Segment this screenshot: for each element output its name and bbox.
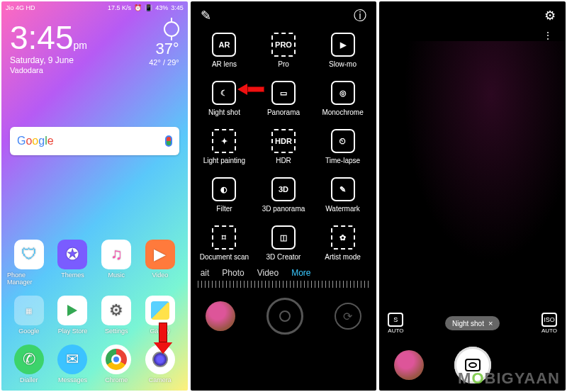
iso-control[interactable]: ISO AUTO <box>541 313 557 334</box>
app-gallery[interactable]: Gallery <box>138 296 182 335</box>
camera-icon <box>145 345 175 374</box>
weather-block: 37° 42° / 29° <box>149 21 179 74</box>
mode-3d-creator[interactable]: ◫3D Creator <box>254 225 313 261</box>
mode-filter[interactable]: ◐Filter <box>195 177 254 213</box>
mode-label: Artist mode <box>325 253 361 261</box>
camera-topbar: ✎ ⓘ <box>191 1 377 30</box>
mode-watermark[interactable]: ✎Watermark <box>313 177 373 213</box>
mode-label: Slow-mo <box>329 60 357 68</box>
overflow-menu-icon[interactable]: ⋮ <box>543 30 553 41</box>
mode-time-lapse[interactable]: ⏲Time-lapse <box>313 129 373 164</box>
mode-label: 3D panorama <box>262 205 305 213</box>
mode-document-scan[interactable]: ⌑Document scan <box>195 225 254 261</box>
status-speed: 17.5 K/s <box>108 4 131 11</box>
weather-range: 42° / 29° <box>149 58 179 67</box>
tab-video[interactable]: Video <box>257 268 279 278</box>
app-label: Gallery <box>150 327 171 335</box>
tab-more[interactable]: More <box>291 268 310 278</box>
folder-icon: ▦ <box>14 296 44 325</box>
status-bar: Jio 4G HD 17.5 K/s ⏰ 📳 43% 3:45 <box>1 1 188 14</box>
google-logo: Google <box>17 135 54 147</box>
monochrome-icon: ◎ <box>331 81 355 105</box>
nightshot-controls: S AUTO Night shot × ISO AUTO <box>379 308 566 338</box>
s-icon: S <box>388 313 403 327</box>
mode-label: Time-lapse <box>325 157 360 164</box>
mode-night-shot[interactable]: ☾Night shot <box>195 81 254 116</box>
mode-slow-mo[interactable]: ▶Slow-mo <box>313 33 373 68</box>
mode-hdr[interactable]: HDRHDR <box>254 129 313 164</box>
music-icon: ♫ <box>101 240 131 269</box>
mode-monochrome[interactable]: ◎Monochrome <box>313 81 373 116</box>
app-dialler[interactable]: ✆ Dialler <box>7 345 51 383</box>
gallery-thumbnail[interactable] <box>394 350 424 380</box>
app-play-store[interactable]: Play Store <box>51 296 95 335</box>
gallery-thumbnail[interactable] <box>206 301 235 331</box>
mode-3d-panorama[interactable]: 3D3D panorama <box>254 177 313 213</box>
app-label: Video <box>152 271 168 279</box>
mode-pill-label: Night shot <box>452 320 484 327</box>
app-settings[interactable]: ⚙ Settings <box>94 296 138 335</box>
close-icon[interactable]: × <box>488 319 493 327</box>
night-shot-panel: ⚙ ⋮ S AUTO Night shot × ISO AUTO <box>379 1 566 391</box>
app-camera[interactable]: Camera <box>138 345 182 383</box>
app-phone-manager[interactable]: 🛡 Phone Manager <box>7 240 51 286</box>
mic-icon[interactable] <box>165 135 172 147</box>
watermark-mode-icon: ✎ <box>331 177 355 201</box>
mode-label: Filter <box>216 205 232 213</box>
mode-artist[interactable]: ✿Artist mode <box>313 225 373 261</box>
mode-label: Monochrome <box>322 108 363 116</box>
app-label: Messages <box>58 376 87 383</box>
shutter-auto-label: AUTO <box>388 327 403 334</box>
mode-label: 3D Creator <box>266 253 301 261</box>
app-label: Camera <box>149 376 172 383</box>
mode-panorama[interactable]: ▭Panorama <box>254 81 313 116</box>
google-search-bar[interactable]: Google <box>10 127 179 155</box>
app-music[interactable]: ♫ Music <box>94 240 138 286</box>
mode-ar-lens[interactable]: ARAR lens <box>195 33 254 68</box>
edit-icon[interactable]: ✎ <box>201 8 211 23</box>
app-label: Dialler <box>20 376 38 383</box>
tab-portrait[interactable]: ait <box>201 268 210 278</box>
mode-label: HDR <box>276 157 291 164</box>
cube-icon: ◫ <box>271 225 296 250</box>
tab-photo[interactable]: Photo <box>222 268 244 278</box>
weather-temp: 37° <box>149 40 179 58</box>
camera-bottom-bar: ⟳ <box>191 289 377 342</box>
mode-label: AR lens <box>212 60 237 68</box>
play-store-icon <box>57 296 87 325</box>
status-time: 3:45 <box>171 4 184 11</box>
app-grid: 🛡 Phone Manager ✪ Themes ♫ Music ▶ Video… <box>1 234 188 391</box>
sparkle-icon: ✦ <box>212 129 236 153</box>
settings-gear-icon[interactable]: ⚙ <box>544 8 556 23</box>
themes-icon: ✪ <box>57 240 87 269</box>
app-themes[interactable]: ✪ Themes <box>51 240 95 286</box>
app-messages[interactable]: ✉ Messages <box>51 345 95 383</box>
aperture-icon <box>279 310 291 322</box>
app-chrome[interactable]: Chrome <box>94 345 138 383</box>
app-video[interactable]: ▶ Video <box>138 240 182 286</box>
mode-label: Light painting <box>203 157 246 164</box>
camera-tab-row: ait Photo Video More <box>191 261 377 279</box>
mode-pro[interactable]: PROPro <box>254 33 313 68</box>
zoom-ruler[interactable] <box>198 281 370 288</box>
app-label: Google <box>18 327 39 335</box>
flower-icon: ✿ <box>331 225 355 250</box>
info-icon[interactable]: ⓘ <box>354 7 366 24</box>
clock-weather-widget[interactable]: 3:45pm Saturday, 9 June Vadodara 37° 42°… <box>1 14 188 77</box>
mode-light-painting[interactable]: ✦Light painting <box>195 129 254 164</box>
sun-icon <box>164 21 179 37</box>
app-label: Play Store <box>58 327 88 335</box>
switch-camera-button-disabled: ⟳ <box>335 303 361 330</box>
chrome-icon <box>101 345 131 374</box>
shutter-button-disabled <box>266 298 303 335</box>
active-mode-pill[interactable]: Night shot × <box>445 316 500 330</box>
app-label: Phone Manager <box>7 271 51 286</box>
app-label: Music <box>108 271 125 279</box>
status-carrier: Jio 4G HD <box>6 4 35 11</box>
gallery-icon <box>145 296 175 325</box>
video-icon: ▶ <box>145 240 175 269</box>
shutter-speed-control[interactable]: S AUTO <box>388 313 403 334</box>
camera-viewfinder[interactable] <box>379 41 566 308</box>
alarm-icon: ⏰ <box>134 4 142 11</box>
app-google-folder[interactable]: ▦ Google <box>7 296 51 335</box>
